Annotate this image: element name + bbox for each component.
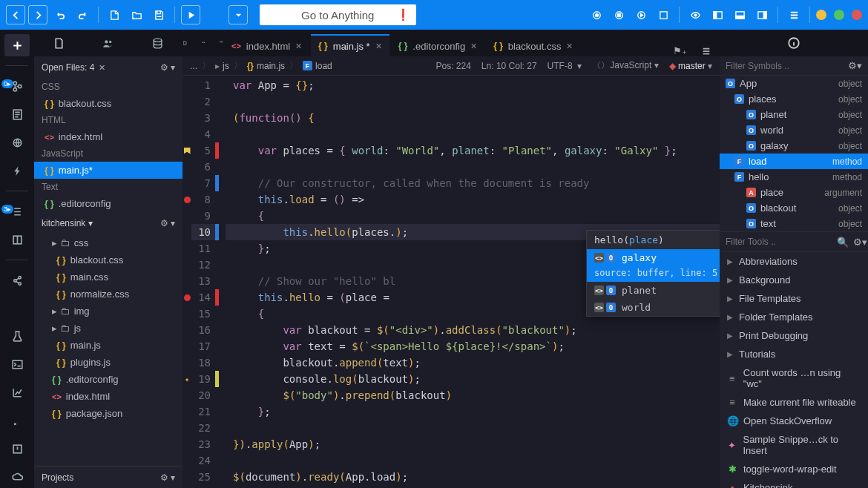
tab-flag-button[interactable]: ⚑₊ bbox=[666, 45, 693, 56]
gear-icon[interactable]: ⚙▾ bbox=[848, 60, 862, 71]
new-tab-button[interactable] bbox=[4, 34, 30, 56]
pane-right-button[interactable] bbox=[752, 5, 772, 24]
close-icon[interactable]: ✕ bbox=[470, 42, 477, 51]
breakpoint-marker[interactable] bbox=[184, 294, 191, 301]
outline-symbol[interactable]: Oplanetobject bbox=[720, 107, 868, 122]
breadcrumb-item[interactable]: ▸ js bbox=[215, 61, 229, 71]
tool-item[interactable]: ▪Kitchensink bbox=[720, 478, 868, 488]
run-button[interactable] bbox=[181, 5, 200, 24]
file-item[interactable]: { }normalize.css bbox=[34, 286, 183, 303]
outline-symbol[interactable]: Floadmethod bbox=[720, 154, 868, 169]
breadcrumb-item[interactable]: {} main.js bbox=[247, 61, 285, 71]
outline-symbol[interactable]: Otextobject bbox=[720, 216, 868, 231]
beaker-button[interactable] bbox=[4, 325, 30, 347]
open-file-item[interactable]: { }.editorconfig bbox=[34, 195, 183, 212]
file-item[interactable]: { }package.json bbox=[34, 405, 183, 422]
tool-item[interactable]: ✦Sample Snippe…ck to Insert bbox=[720, 430, 868, 460]
play-circle-button[interactable] bbox=[631, 5, 651, 24]
autocomplete-item[interactable]: <>Oworldobject bbox=[587, 299, 720, 316]
pane-bottom-button[interactable] bbox=[730, 5, 749, 24]
goto-anything-input[interactable]: Go to Anything❗ bbox=[260, 4, 416, 25]
close-icon[interactable]: ✕ bbox=[375, 42, 382, 51]
menu-button[interactable] bbox=[784, 5, 803, 24]
open-file-item[interactable]: { }blackout.css bbox=[34, 95, 183, 112]
alert-button[interactable] bbox=[4, 438, 30, 460]
autocomplete-item[interactable]: <>Ogalaxyobject bbox=[587, 249, 720, 266]
tool-item[interactable]: 🌐Open StackOverflow bbox=[720, 412, 868, 430]
line-gutter[interactable]: 1234567891011121314151617181920212223242… bbox=[191, 76, 215, 488]
folder-item[interactable]: ▸ 🗀css bbox=[34, 234, 183, 251]
status-language[interactable]: 〈〉JavaScript ▾ bbox=[592, 59, 658, 72]
undo-button[interactable] bbox=[50, 5, 70, 24]
symbols-filter-input[interactable] bbox=[726, 61, 848, 71]
bookmark-marker[interactable] bbox=[184, 148, 191, 154]
outline-symbol[interactable]: Oblackoutobject bbox=[720, 200, 868, 216]
outline-symbol[interactable]: Aplaceargument bbox=[720, 185, 868, 200]
save-button[interactable] bbox=[149, 5, 168, 24]
file-item[interactable]: { }main.js bbox=[34, 337, 183, 354]
file-item[interactable]: <>index.html bbox=[34, 388, 183, 405]
view-eye-button[interactable] bbox=[685, 5, 705, 24]
info-icon[interactable] bbox=[787, 36, 800, 50]
outline-symbol[interactable]: OAppobject bbox=[720, 76, 868, 91]
editor-tab[interactable]: { }main.js *✕ bbox=[311, 34, 389, 56]
tab-list-button[interactable] bbox=[693, 46, 720, 56]
share-button[interactable] bbox=[4, 269, 30, 291]
close-window-button[interactable] bbox=[852, 10, 862, 20]
terminal-button[interactable] bbox=[4, 353, 30, 375]
close-icon[interactable]: ✕ bbox=[566, 42, 573, 51]
explorer-button[interactable] bbox=[4, 103, 30, 125]
breakpoint-marker[interactable] bbox=[184, 197, 191, 203]
outline-symbol[interactable]: Ogalaxyobject bbox=[720, 138, 868, 154]
tool-item[interactable]: ▶Folder Templates bbox=[720, 308, 868, 326]
close-icon[interactable]: ✕ bbox=[99, 63, 105, 72]
back-button[interactable] bbox=[6, 5, 25, 24]
outline-symbol[interactable]: Fhellomethod bbox=[720, 169, 868, 185]
record-button[interactable] bbox=[587, 5, 606, 24]
new-file-button[interactable] bbox=[105, 5, 124, 24]
editor-tab[interactable]: { }blackout.css✕ bbox=[486, 34, 580, 56]
gear-icon[interactable]: ⚙▾ bbox=[853, 237, 867, 248]
search-icon[interactable]: 🔍 bbox=[837, 237, 849, 248]
file-item[interactable]: { }blackout.css bbox=[34, 251, 183, 268]
symbols-filter[interactable]: ⚙▾ bbox=[720, 56, 868, 76]
tool-item[interactable]: ▶Print Debugging bbox=[720, 326, 868, 345]
flash-button[interactable] bbox=[4, 159, 30, 182]
changes-button[interactable]: 3▸ bbox=[4, 200, 30, 222]
status-git-branch[interactable]: ◆ master ▾ bbox=[669, 61, 712, 71]
file-item[interactable]: { }main.css bbox=[34, 268, 183, 286]
maximize-window-button[interactable] bbox=[834, 10, 844, 20]
tool-item[interactable]: ✱toggle-word-wrap-edit bbox=[720, 460, 868, 478]
code-editor[interactable]: ✦ 12345678910111213141516171819202122232… bbox=[183, 76, 720, 488]
breadcrumb-item[interactable]: ... bbox=[190, 61, 197, 71]
tool-item[interactable]: ▶Abbreviations bbox=[720, 252, 868, 271]
save-macro-button[interactable] bbox=[654, 5, 673, 24]
open-file-item[interactable]: <>index.html bbox=[34, 128, 183, 145]
editor-tab[interactable]: { }.editorconfig✕ bbox=[391, 34, 485, 56]
file-item[interactable]: { }.editorconfig bbox=[34, 371, 183, 388]
tools-filter-input[interactable] bbox=[726, 237, 837, 247]
projects-header[interactable]: Projects ⚙ ▾ bbox=[34, 466, 183, 488]
regex-button[interactable] bbox=[4, 409, 30, 432]
tool-item[interactable]: ▶File Templates bbox=[720, 289, 868, 308]
open-file-item[interactable]: { }main.js* bbox=[34, 162, 183, 179]
stats-button[interactable] bbox=[4, 381, 30, 403]
file-item[interactable]: { }plugins.js bbox=[34, 354, 183, 371]
pane-left-button[interactable] bbox=[708, 5, 727, 24]
vcs-button[interactable]: 0▸ bbox=[4, 75, 30, 97]
sidebar-tab-db[interactable] bbox=[151, 32, 164, 54]
tool-item[interactable]: ▶Tutorials bbox=[720, 345, 868, 363]
sidebar-tab-files[interactable] bbox=[53, 32, 65, 54]
forward-button[interactable] bbox=[28, 5, 47, 24]
layout-button[interactable] bbox=[4, 228, 30, 251]
world-button[interactable] bbox=[4, 131, 30, 154]
gear-icon[interactable]: ⚙ ▾ bbox=[160, 218, 175, 228]
open-file-button[interactable] bbox=[127, 5, 146, 24]
tool-item[interactable]: ≡Count words …n using "wc" bbox=[720, 363, 868, 393]
stop-button[interactable] bbox=[609, 5, 628, 24]
breadcrumb-item[interactable]: F load bbox=[303, 61, 332, 71]
minimize-window-button[interactable] bbox=[816, 10, 826, 20]
tool-item[interactable]: ▶Background bbox=[720, 271, 868, 289]
sidebar-tab-people[interactable] bbox=[102, 32, 114, 54]
tools-filter[interactable]: 🔍 ⚙▾ bbox=[720, 231, 868, 252]
